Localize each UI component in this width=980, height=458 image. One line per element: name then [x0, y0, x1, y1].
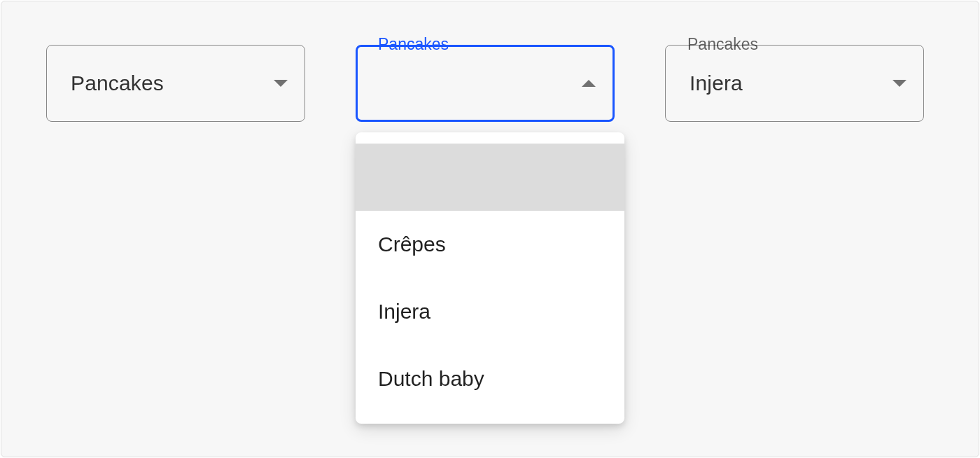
select-input[interactable] [356, 45, 615, 122]
menu-option-label: Crêpes [378, 233, 446, 256]
menu-option-crepes[interactable]: Crêpes [356, 211, 624, 278]
select-pancakes-open: Pancakes Crêpes Injera Dutch baby [356, 45, 615, 122]
select-pancakes-value: Pancakes Injera [665, 45, 924, 122]
select-menu: Crêpes Injera Dutch baby [356, 132, 624, 424]
select-input[interactable]: Injera [665, 45, 924, 122]
select-value: Pancakes [71, 71, 274, 95]
menu-option-label: Injera [378, 300, 430, 324]
select-pancakes-closed: Pancakes [46, 45, 305, 122]
demo-panel: Pancakes Pancakes Crêpes Injera Dutch ba… [1, 1, 979, 457]
menu-option-empty[interactable] [356, 144, 624, 211]
select-value: Injera [690, 71, 892, 95]
menu-option-label: Dutch baby [378, 367, 484, 391]
select-input[interactable]: Pancakes [46, 45, 305, 122]
chevron-up-icon [582, 80, 596, 87]
menu-option-dutch-baby[interactable]: Dutch baby [356, 345, 624, 412]
menu-option-injera[interactable]: Injera [356, 278, 624, 345]
chevron-down-icon [274, 80, 288, 87]
chevron-down-icon [892, 80, 906, 87]
